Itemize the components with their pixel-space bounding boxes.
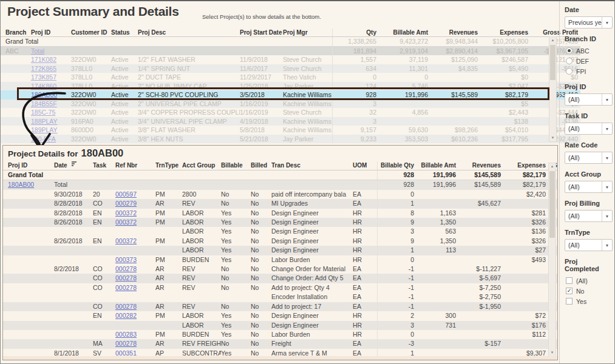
chevron-down-icon[interactable]: ▼ xyxy=(602,211,612,221)
table-row[interactable]: 188PLAY916PA0Active3/4'' UNIVERSAL PIPE … xyxy=(1,117,580,126)
details-scrollbar[interactable]: ▲ ▼ xyxy=(548,163,556,357)
chevron-down-icon[interactable]: ▼ xyxy=(602,94,612,105)
summary-scrollbar-thumb[interactable] xyxy=(550,45,556,80)
link-000278[interactable]: 000278 xyxy=(115,340,137,347)
link-180ab00[interactable]: 180AB00 xyxy=(8,181,34,188)
table-row[interactable]: LABORYesNoDesign EngineerHR3563 $136-$13… xyxy=(3,227,558,236)
chevron-down-icon[interactable]: ▼ xyxy=(602,240,612,251)
table-row[interactable]: CO000278ARREVNoNoAdd to project: Qty 4EA… xyxy=(3,283,558,292)
link-174k860[interactable]: 174K860 xyxy=(31,83,56,90)
table-row[interactable]: LABORYesNoDesign EngineerHR3731 $176-$17… xyxy=(3,321,558,330)
link-000283[interactable]: 000283 xyxy=(115,331,137,338)
filter-proj-completed-option-yes[interactable]: Yes xyxy=(565,296,613,306)
link-000278[interactable]: 000278 xyxy=(115,265,137,272)
cell-acct: REV FREIGH xyxy=(182,339,221,348)
chevron-down-icon[interactable]: ▼ xyxy=(602,17,612,28)
table-row[interactable]: 185C-75322OW0Active3/4'' COPPER PROPRESS… xyxy=(1,108,580,117)
link-000278[interactable]: 000278 xyxy=(115,284,137,291)
link-172k865[interactable]: 172K865 xyxy=(31,65,56,72)
table-row[interactable]: 184B55F322OW0Active2'' UNIVERSAL PIPE CL… xyxy=(1,99,580,109)
scroll-up-icon[interactable]: ▲ xyxy=(549,37,556,44)
link-000372[interactable]: 000372 xyxy=(115,209,137,217)
summary-scrollbar-track[interactable] xyxy=(549,44,556,135)
link-185c-75[interactable]: 185C-75 xyxy=(31,109,55,116)
link-000351[interactable]: 000351 xyxy=(115,349,137,357)
link-173k857[interactable]: 173K857 xyxy=(31,73,56,81)
chevron-down-icon[interactable]: ▼ xyxy=(602,181,612,192)
table-row[interactable]: 173K857378LL0Active2'' DUCT TAPE11/29/20… xyxy=(1,73,580,82)
table-row[interactable]: Encoder InstallationEA-1 $-2,750 -$2,750 xyxy=(3,292,558,302)
chevron-down-icon[interactable]: ▼ xyxy=(602,152,612,163)
filter-date-dropdown[interactable]: Previous year▼ xyxy=(565,16,613,29)
filter-proj-billing-dropdown[interactable]: (All)▼ xyxy=(565,210,613,222)
scroll-down-icon[interactable]: ▼ xyxy=(549,135,556,141)
table-row[interactable]: ABCTotal 181,8942,919,104$2,890,414$3,96… xyxy=(1,46,580,55)
link-180ab00[interactable]: 180AB00 xyxy=(31,91,57,98)
checkbox-icon[interactable] xyxy=(566,298,573,305)
filter-branch-id-option-def[interactable]: DEF xyxy=(565,56,613,66)
link-184b55f[interactable]: 184B55F xyxy=(31,100,57,107)
details-scrollbar-track[interactable] xyxy=(549,170,556,349)
table-row[interactable]: 174K860378LL0Active2'' NO HUB JIMMY CAP1… xyxy=(1,82,580,91)
table-row[interactable]: 180AB00Total 928191,996$145,589$82,179$6… xyxy=(3,180,558,190)
filter-proj-completed-option-no[interactable]: ✓No xyxy=(565,286,613,296)
radio-icon[interactable] xyxy=(566,68,573,75)
link-000372[interactable]: 000372 xyxy=(115,237,137,244)
table-row[interactable]: 171K082322OW0Active1/2'' FLAT WASHER11/9… xyxy=(1,55,580,64)
table-row[interactable]: 000373PMBURDENYesNoLabor BurdenHR0 $493-… xyxy=(3,255,558,265)
table-row[interactable]: 8/28/2018EN000372PMLABORYesNoDesign Engi… xyxy=(3,209,558,218)
link-000373[interactable]: 000373 xyxy=(115,256,137,263)
summary-scrollbar[interactable]: ▲ ▼ xyxy=(549,36,557,142)
link-000278[interactable]: 000278 xyxy=(115,274,137,281)
chevron-down-icon[interactable]: ▼ xyxy=(602,123,612,134)
radio-icon[interactable] xyxy=(566,47,573,54)
table-row[interactable]: 172K865378LL0Active1/4'' SPRING NUT11/6/… xyxy=(1,64,580,73)
cell-status: Status xyxy=(111,29,138,37)
link-188play[interactable]: 188PLAY xyxy=(31,118,58,125)
link-189play[interactable]: 189PLAY xyxy=(31,126,58,133)
table-row[interactable]: Grand Total 928191,996$145,589$82,179$63… xyxy=(3,170,558,180)
details-scrollbar-thumb[interactable] xyxy=(549,171,555,238)
table-row[interactable]: CO000278ARREVNoNoChange Order: Add Qty 5… xyxy=(3,274,558,283)
table-row[interactable]: EN000282PMLABORYesNoDesign EngineerHR230… xyxy=(3,311,558,320)
table-row[interactable]: MA000278ARREV FREIGHNoNoFreightEA-3 $-15… xyxy=(3,339,558,348)
filter-rate-code-dropdown[interactable]: (All)▼ xyxy=(565,152,613,164)
link-000279[interactable]: 000279 xyxy=(115,200,137,207)
link-171k082[interactable]: 171K082 xyxy=(31,56,56,63)
table-row[interactable]: 9/30/201820000597PM2800NoNopaid off inte… xyxy=(3,190,558,199)
sort-descending-icon[interactable] xyxy=(72,161,76,167)
link-000282[interactable]: 000282 xyxy=(115,312,137,319)
cell-exp: $246,587 xyxy=(480,55,531,64)
table-row[interactable]: LABORYesNoDesign EngineerHR1113 $27-$27 xyxy=(3,246,558,255)
filter-branch-id-option-abc[interactable]: ABC xyxy=(565,46,613,56)
checkbox-icon[interactable] xyxy=(566,277,573,284)
table-row[interactable]: 8/2/2018CO000278ARREVNoNoChange Order fo… xyxy=(3,265,558,274)
cell-desc: 2'' DUCT TAPE xyxy=(138,73,240,82)
link-190-bfa[interactable]: 190-BFA xyxy=(31,135,56,143)
filter-proj-id-dropdown[interactable]: (All)▼ xyxy=(565,93,613,106)
link-000597[interactable]: 000597 xyxy=(115,190,137,198)
table-row[interactable]: 8/26/2018EN000372PMLABORYesNoDesign Engi… xyxy=(3,218,558,227)
link-total[interactable]: Total xyxy=(31,47,44,55)
link-000278[interactable]: 000278 xyxy=(115,303,137,310)
filter-proj-completed-option--all-[interactable]: (All) xyxy=(565,275,613,286)
table-row[interactable]: 8/28/2018CO000279ARREVNoNoMI UpgradesEA1… xyxy=(3,199,558,208)
scroll-down-icon[interactable]: ▼ xyxy=(549,349,556,356)
table-row[interactable]: 190-BFA322OW0Active3/8'' HEX NUTS5/21/20… xyxy=(1,135,580,144)
filter-branch-id-option-fpi[interactable]: FPI xyxy=(565,66,613,76)
checkbox-icon[interactable]: ✓ xyxy=(566,288,573,294)
table-row[interactable]: 8/26/2018EN000372PMLABORYesNoDesign Engi… xyxy=(3,237,558,246)
radio-icon[interactable] xyxy=(566,58,573,64)
table-row[interactable]: CO000278ARREVNoNoAdd to project: 17EA-1 … xyxy=(3,302,558,311)
table-row[interactable]: 180AB00322OW0Active2'' SCH-80 PVC COUPLI… xyxy=(1,90,580,99)
filter-task-id-dropdown[interactable]: (All)▼ xyxy=(565,123,613,135)
link-000372[interactable]: 000372 xyxy=(115,218,137,226)
table-row[interactable]: 189PLAY8600D0Active3/8'' FLAT WASHER5/8/… xyxy=(1,126,580,135)
filter-acct-group-dropdown[interactable]: (All)▼ xyxy=(565,181,613,193)
filter-trntype-dropdown[interactable]: (All)▼ xyxy=(565,239,613,251)
table-row[interactable]: Grand Total 1,338,2659,423,272$9,948,344… xyxy=(1,37,580,47)
table-row[interactable]: 000283PMBURDENYesNoLabor BurdenHR0 $112-… xyxy=(3,330,558,339)
details-horizontal-scrollbar[interactable] xyxy=(3,356,557,360)
scroll-up-icon[interactable]: ▲ xyxy=(549,163,556,170)
cell-branch: Grand Total xyxy=(1,37,31,47)
